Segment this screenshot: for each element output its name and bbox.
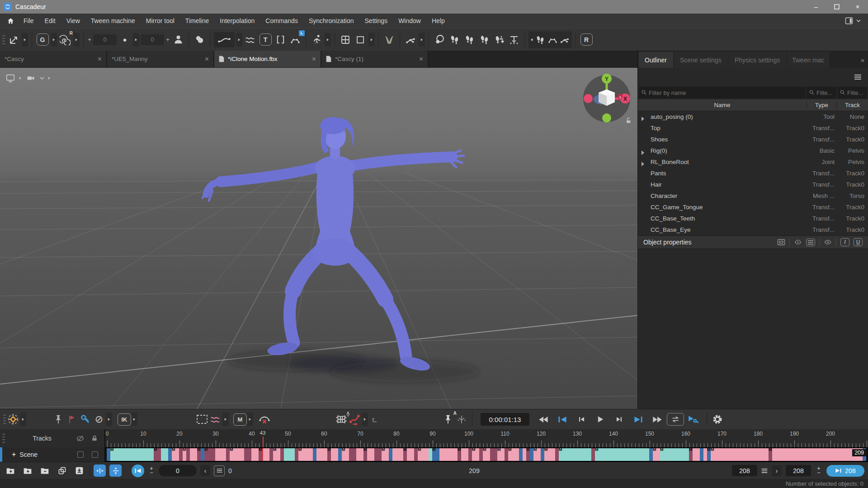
playhead-line-track[interactable]: [262, 448, 263, 461]
edit-path-button[interactable]: [348, 412, 362, 427]
rotation-spiral-button[interactable]: R: [58, 32, 72, 47]
ik-expand-icon[interactable]: [131, 413, 137, 426]
ban-interval-button[interactable]: ⊘: [92, 412, 106, 427]
blob-overlap-button[interactable]: [193, 32, 206, 47]
retime-film-button[interactable]: [335, 412, 348, 427]
menu-edit[interactable]: Edit: [39, 14, 61, 28]
mixer-expand-icon[interactable]: [247, 413, 253, 426]
outliner-row-cc-game-tongue[interactable]: CC_Game_Tongue Transf...Track0: [638, 202, 868, 213]
remove-track-icon[interactable]: [38, 465, 52, 477]
pin-auto-button[interactable]: A: [441, 412, 455, 427]
global-mode-button[interactable]: G: [36, 32, 49, 47]
go-to-end-frame-button[interactable]: 208: [826, 465, 864, 477]
camera-caret-icon[interactable]: [40, 77, 44, 80]
scene-expand-icon[interactable]: +: [12, 450, 16, 459]
tab-close-icon[interactable]: ×: [312, 55, 316, 63]
playhead-line-ruler[interactable]: [263, 436, 264, 447]
range-list-icon[interactable]: [761, 468, 768, 474]
filter-by-name-input[interactable]: [639, 87, 806, 99]
previous-frame-button[interactable]: [572, 413, 591, 426]
lasso-select-button[interactable]: [433, 32, 446, 47]
outliner-row-cc-base-teeth[interactable]: CC_Base_Teeth Transf...Track0: [638, 213, 868, 224]
footsteps-button-1[interactable]: [448, 32, 461, 47]
loop-playback-button[interactable]: [667, 413, 684, 426]
menu-timeline[interactable]: Timeline: [180, 14, 214, 28]
transform-tool-expand-icon[interactable]: [22, 33, 28, 47]
tool-value-field-2[interactable]: 0: [141, 34, 164, 45]
go-to-start-circle-button[interactable]: [132, 465, 144, 477]
start-frame-stepper[interactable]: +−: [148, 467, 155, 475]
layout-panels-icon[interactable]: [844, 16, 854, 25]
list-view-icon[interactable]: [806, 239, 815, 246]
box-select-expand-icon[interactable]: [368, 33, 375, 47]
close-button[interactable]: ×: [847, 0, 868, 14]
tab-cascy-1[interactable]: *Cascy (1) ×: [321, 51, 429, 67]
flag-marker-button[interactable]: [65, 412, 79, 427]
auto-posing-button[interactable]: [6, 412, 20, 427]
play-button[interactable]: [591, 413, 610, 426]
arc-track-icon[interactable]: [547, 34, 558, 45]
tab-close-icon[interactable]: ×: [98, 55, 102, 63]
add-track-icon[interactable]: [21, 465, 34, 477]
timeline-ruler[interactable]: 43 0102030405060708090100110120130140150…: [105, 429, 868, 447]
outliner-row-rig[interactable]: Rig(0) BasicPelvis: [638, 145, 868, 156]
layout-caret-icon[interactable]: [856, 19, 861, 22]
outliner-row-top[interactable]: Top Transf...Track0: [638, 122, 868, 134]
panel-menu-icon[interactable]: [854, 74, 862, 80]
column-name[interactable]: Name: [638, 102, 807, 108]
outliner-row-auto-posing[interactable]: auto_posing (0) ToolNone: [638, 111, 868, 122]
column-type[interactable]: Type: [807, 102, 836, 108]
tab-scene-settings[interactable]: Scene settings: [674, 52, 728, 68]
jump-to-start-button[interactable]: [553, 413, 572, 426]
minimize-button[interactable]: –: [806, 0, 826, 14]
rig-graph-button[interactable]: [404, 32, 417, 47]
wave-expand-icon[interactable]: [222, 413, 229, 426]
delete-trajectory-button[interactable]: [258, 412, 271, 427]
interpolation-wave-button[interactable]: [244, 32, 257, 47]
tab-close-icon[interactable]: ×: [205, 55, 209, 63]
rig-graph-expand-icon[interactable]: [419, 33, 425, 47]
global-mode-expand-icon[interactable]: [51, 33, 57, 47]
v-ghost-button[interactable]: [382, 32, 396, 47]
start-frame-field[interactable]: 0: [159, 465, 197, 476]
outliner-row-character[interactable]: Character Mesh ...Torso: [638, 190, 868, 202]
fit-keys-horizontal-button[interactable]: [94, 465, 106, 477]
new-track-folder-icon[interactable]: [4, 465, 17, 477]
menu-file[interactable]: File: [18, 14, 39, 28]
presentation-mode-icon[interactable]: [5, 73, 15, 83]
grid-snap-button[interactable]: [339, 32, 352, 47]
expand-arrow-icon[interactable]: [19, 76, 22, 80]
italic-channel-icon[interactable]: I: [840, 238, 849, 246]
arc-controller-button[interactable]: L: [288, 32, 302, 47]
menu-mirror-tool[interactable]: Mirror tool: [141, 14, 180, 28]
collapse-left-icon[interactable]: [530, 38, 533, 42]
outliner-row-pants[interactable]: Pants Transf...Track0: [638, 168, 868, 179]
expand-arrow-icon[interactable]: [642, 117, 644, 121]
animation-run-button[interactable]: [310, 32, 323, 47]
key-button[interactable]: [79, 412, 92, 427]
underline-channel-icon[interactable]: U: [854, 238, 863, 246]
duplicate-track-icon[interactable]: [55, 465, 69, 477]
tracks-grip-icon[interactable]: [2, 433, 5, 444]
scene-visibility-checkbox[interactable]: [77, 451, 84, 458]
bone-tool-button[interactable]: [214, 32, 235, 47]
menu-tween-machine[interactable]: Tween machine: [85, 14, 141, 28]
range-end-field[interactable]: 208: [786, 465, 811, 476]
text-tool-button[interactable]: T: [259, 32, 272, 47]
transform-tool-button[interactable]: [7, 32, 20, 47]
box-select-button[interactable]: [354, 32, 367, 47]
timecode-display[interactable]: 0:00:01:13: [481, 413, 529, 426]
dot-expand-icon[interactable]: [133, 33, 139, 47]
tab-ue5-manny[interactable]: *UE5_Manny ×: [107, 51, 214, 67]
split-view-icon[interactable]: [794, 239, 802, 246]
animation-run-expand-icon[interactable]: [325, 33, 331, 47]
graph-track-icon[interactable]: [560, 34, 570, 45]
menu-window[interactable]: Window: [393, 14, 426, 28]
menu-synchronization[interactable]: Synchronization: [303, 14, 359, 28]
expand-arrow-icon[interactable]: [642, 150, 644, 155]
character-button[interactable]: [171, 32, 185, 47]
rotation-expand-icon[interactable]: [73, 33, 80, 47]
prev-key-button[interactable]: ‹: [200, 465, 210, 476]
tab-iclone-motion[interactable]: *iClone Motion.fbx ×: [214, 51, 321, 67]
tracks-visibility-icon[interactable]: [76, 435, 85, 442]
